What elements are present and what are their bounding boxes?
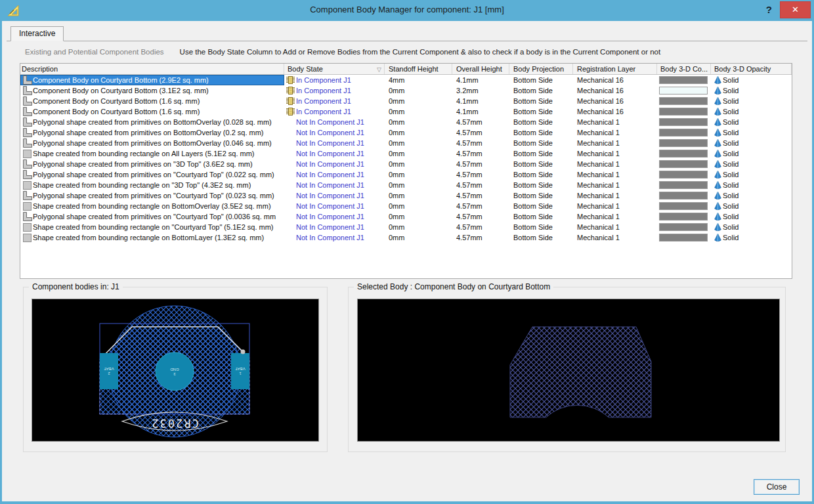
body-opacity[interactable]: Solid	[723, 75, 739, 85]
body-opacity[interactable]: Solid	[723, 190, 739, 201]
column-header-description[interactable]: Description	[20, 64, 284, 74]
column-header-body-3d-opacity[interactable]: Body 3-D Opacity	[711, 64, 792, 74]
body-color-swatch[interactable]	[659, 97, 708, 105]
body-opacity[interactable]: Solid	[723, 180, 739, 190]
body-opacity[interactable]: Solid	[723, 159, 739, 169]
rectangle-shape-icon	[22, 223, 33, 232]
body-color-swatch[interactable]	[659, 202, 708, 210]
body-state[interactable]: Not In Component J1	[296, 117, 364, 127]
column-header-body-3d-color[interactable]: Body 3-D Co...	[657, 64, 711, 74]
sort-icon[interactable]: ▽	[377, 64, 381, 74]
help-icon[interactable]: ?	[766, 4, 772, 15]
body-color-swatch[interactable]	[659, 223, 708, 231]
body-description: Polygonal shape created from primitives …	[33, 138, 272, 148]
body-state[interactable]: Not In Component J1	[296, 169, 364, 180]
column-header-registration-layer[interactable]: Registration Layer	[573, 64, 657, 74]
body-projection: Bottom Side	[509, 190, 573, 201]
body-state[interactable]: Not In Component J1	[296, 180, 364, 190]
body-opacity[interactable]: Solid	[723, 117, 739, 127]
body-opacity[interactable]: Solid	[723, 148, 739, 159]
body-state[interactable]: Not In Component J1	[296, 127, 364, 138]
column-header-standoff-height[interactable]: Standoff Height	[385, 64, 452, 74]
titlebar[interactable]: Component Body Manager for component: J1…	[0, 0, 814, 21]
opacity-cone-icon	[712, 171, 723, 179]
body-opacity[interactable]: Solid	[723, 106, 739, 117]
body-state[interactable]: In Component J1	[296, 75, 351, 85]
column-header-overall-height[interactable]: Overall Height	[452, 64, 509, 74]
table-row[interactable]: Polygonal shape created from primitives …	[20, 138, 792, 148]
instructions: Existing and Potential Component BodiesU…	[25, 48, 660, 56]
body-opacity[interactable]: Solid	[723, 232, 739, 243]
body-color-swatch[interactable]	[659, 192, 708, 200]
table-row[interactable]: Polygonal shape created from primitives …	[20, 159, 792, 169]
table-row[interactable]: Component Body on Courtyard Bottom (1.6 …	[20, 106, 792, 117]
body-opacity[interactable]: Solid	[723, 96, 739, 106]
body-color-swatch[interactable]	[659, 181, 708, 189]
instructions-text: Use the Body State Column to Add or Remo…	[180, 48, 661, 56]
body-color-swatch[interactable]	[659, 108, 708, 116]
table-row[interactable]: Polygonal shape created from primitives …	[20, 117, 792, 127]
body-state[interactable]: Not In Component J1	[296, 148, 364, 159]
standoff-height: 0mm	[385, 169, 452, 180]
table-row[interactable]: Polygonal shape created from primitives …	[20, 211, 792, 222]
body-state[interactable]: In Component J1	[296, 106, 351, 117]
body-description: Polygonal shape created from primitives …	[33, 159, 253, 169]
body-description: Shape created from bounding rectangle on…	[33, 180, 251, 190]
body-opacity[interactable]: Solid	[723, 169, 739, 180]
body-opacity[interactable]: Solid	[723, 211, 739, 222]
body-color-swatch[interactable]	[659, 139, 708, 147]
overall-height: 4.57mm	[452, 180, 509, 190]
body-projection: Bottom Side	[509, 211, 573, 222]
body-color-swatch[interactable]	[659, 234, 708, 242]
body-color-swatch[interactable]	[659, 160, 708, 168]
registration-layer: Mechanical 1	[573, 148, 657, 159]
registration-layer: Mechanical 1	[573, 180, 657, 190]
table-row[interactable]: Component Body on Courtyard Bottom (2.9E…	[20, 75, 792, 85]
opacity-cone-icon	[712, 118, 723, 127]
tab-interactive[interactable]: Interactive	[11, 26, 64, 41]
table-row[interactable]: Polygonal shape created from primitives …	[20, 127, 792, 138]
close-button[interactable]: Close	[754, 479, 800, 495]
body-state[interactable]: Not In Component J1	[296, 232, 364, 243]
body-opacity[interactable]: Solid	[723, 138, 739, 148]
body-color-swatch[interactable]	[659, 118, 708, 126]
body-color-swatch[interactable]	[659, 150, 708, 158]
close-window-icon[interactable]: ✕	[780, 1, 811, 18]
body-state[interactable]: In Component J1	[296, 85, 351, 96]
body-opacity[interactable]: Solid	[723, 201, 739, 211]
column-header-body-projection[interactable]: Body Projection	[509, 64, 573, 74]
body-state[interactable]: Not In Component J1	[296, 138, 364, 148]
body-color-swatch[interactable]	[659, 171, 708, 178]
opacity-cone-icon	[712, 223, 723, 232]
table-row[interactable]: Polygonal shape created from primitives …	[20, 190, 792, 201]
body-state[interactable]: Not In Component J1	[296, 159, 364, 169]
standoff-height: 0mm	[385, 190, 452, 201]
table-row[interactable]: Component Body on Courtyard Bottom (3.1E…	[20, 85, 792, 96]
column-header-body-state[interactable]: Body State▽	[284, 64, 385, 74]
table-row[interactable]: Shape created from bounding rectangle on…	[20, 222, 792, 232]
body-description: Component Body on Courtyard Bottom (1.6 …	[33, 96, 200, 106]
table-row[interactable]: Shape created from bounding rectangle on…	[20, 232, 792, 243]
in-component-icon	[284, 87, 296, 94]
body-description: Polygonal shape created from primitives …	[33, 211, 276, 222]
body-opacity[interactable]: Solid	[723, 127, 739, 138]
table-row[interactable]: Shape created from bounding rectangle on…	[20, 201, 792, 211]
table-row[interactable]: Shape created from bounding rectangle on…	[20, 180, 792, 190]
body-color-swatch[interactable]	[659, 87, 708, 94]
body-color-swatch[interactable]	[659, 76, 708, 84]
body-state[interactable]: Not In Component J1	[296, 190, 364, 201]
body-color-swatch[interactable]	[659, 213, 708, 220]
registration-layer: Mechanical 16	[573, 96, 657, 106]
body-color-swatch[interactable]	[659, 129, 708, 136]
table-row[interactable]: Component Body on Courtyard Bottom (1.6 …	[20, 96, 792, 106]
body-state[interactable]: In Component J1	[296, 96, 351, 106]
component-bodies-canvas: CR2032 2VBAT 3GND 1VBAT	[32, 299, 319, 442]
body-projection: Bottom Side	[509, 201, 573, 211]
body-opacity[interactable]: Solid	[723, 85, 739, 96]
body-state[interactable]: Not In Component J1	[296, 201, 364, 211]
body-state[interactable]: Not In Component J1	[296, 222, 364, 232]
table-row[interactable]: Shape created from bounding rectangle on…	[20, 148, 792, 159]
table-row[interactable]: Polygonal shape created from primitives …	[20, 169, 792, 180]
body-state[interactable]: Not In Component J1	[296, 211, 364, 222]
body-opacity[interactable]: Solid	[723, 222, 739, 232]
